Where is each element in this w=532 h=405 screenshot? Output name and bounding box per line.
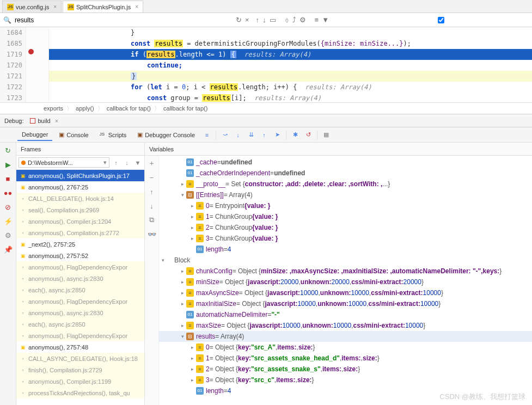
frame-item[interactable]: ▫anonymous(), Compiler.js:1204 <box>16 216 144 227</box>
select-all-icon[interactable]: ▭ <box>270 15 276 25</box>
var-node[interactable]: ▸≡chunkConfig = Object {minSize: ,maxAsy… <box>159 266 532 277</box>
var-node[interactable]: ▸≡1 = Object {key: "src_assets_snake_hea… <box>159 353 532 364</box>
step-out-icon[interactable]: ↑ <box>259 130 270 140</box>
var-node[interactable]: ▸≡__proto__ = Set {constructor: ,add: ,d… <box>159 179 532 189</box>
frame-item[interactable]: ▫each(), async.js:2850 <box>16 318 144 330</box>
frame-item[interactable]: ▣anonymous(), 2767:25 <box>16 181 144 193</box>
view-breakpoints-icon[interactable]: ●● <box>3 187 14 198</box>
list-icon[interactable]: ≡ <box>315 15 319 25</box>
tab-splitchunks[interactable]: JS SplitChunksPlugin.js × <box>63 1 143 13</box>
next-frame-icon[interactable]: ↓ <box>123 158 131 167</box>
code-editor[interactable]: 1684 1685 1719 1720 1721 1722 1723 } con… <box>0 27 532 102</box>
var-node[interactable]: ▸≡0 = Entrypoint {value: } <box>159 200 532 211</box>
export-icon[interactable]: ⤴ <box>292 15 296 25</box>
prev-match-icon[interactable]: ↑ <box>256 15 260 25</box>
var-node[interactable]: ▸≡maxInitialSize = Object {javascript: 1… <box>159 298 532 309</box>
close-icon[interactable]: × <box>135 4 138 10</box>
frame-item[interactable]: ▣_next2(), 2757:25 <box>16 238 144 250</box>
var-node[interactable]: 01length = 4 <box>159 244 532 255</box>
down-icon[interactable]: ↓ <box>146 200 157 211</box>
frame-item[interactable]: ▫anonymous(), FlagDependencyExpor <box>16 330 144 341</box>
var-node[interactable]: ▸≡2 = Object {key: "src_assets_snake_s",… <box>159 364 532 375</box>
frame-item[interactable]: ▣anonymous(), 2757:52 <box>16 250 144 261</box>
rerun-icon[interactable]: ↻ <box>3 145 14 156</box>
pause-icon[interactable]: ⚡ <box>3 216 14 226</box>
frame-item[interactable]: ▫finish(), Compilation.js:2729 <box>16 364 144 376</box>
frame-item[interactable]: ▫CALL_ASYNC_DELEGATE(), Hook.js:18 <box>16 353 144 364</box>
var-node[interactable]: 01_cache = undefined <box>159 157 532 168</box>
frame-item[interactable]: ▫processTicksAndRejections(), task_qu <box>16 387 144 398</box>
var-node[interactable]: 01automaticNameDelimiter = "-" <box>159 309 532 320</box>
calculator-icon[interactable]: ▦ <box>321 130 332 140</box>
code-area[interactable]: } const results = deterministicGroupingF… <box>49 27 532 102</box>
var-node[interactable]: ▾⊟results = Array(4) <box>159 331 532 342</box>
var-node[interactable]: ▾⊟[[Entries]] = Array(4) <box>159 189 532 200</box>
tab-scripts[interactable]: JSScripts <box>95 130 131 140</box>
var-node[interactable]: 01length = 4 <box>159 385 532 396</box>
var-node[interactable]: ▸≡0 = Object {key: "src_A",items: ,size:… <box>159 342 532 353</box>
resume-icon[interactable]: ▶ <box>3 159 14 170</box>
frame-item[interactable]: ▫each(), async.js:2850 <box>16 284 144 296</box>
force-step-into-icon[interactable]: ⇊ <box>246 130 256 140</box>
variables-tree[interactable]: 01_cache = undefined 01_cacheOrderIndepe… <box>159 156 532 405</box>
filter-icon[interactable]: ▼ <box>133 158 142 167</box>
prev-frame-icon[interactable]: ↑ <box>112 158 120 167</box>
var-node[interactable]: ▸≡3 = Object {key: "src_c",items: ,size:… <box>159 375 532 385</box>
breakpoint-icon[interactable] <box>28 49 34 54</box>
match-case-checkbox[interactable]: Match Case <box>332 14 532 27</box>
frame-item[interactable]: ▫anonymous(), Compilation.js:2772 <box>16 227 144 238</box>
var-node[interactable]: ▸≡3 = ChunkGroup {value: } <box>159 233 532 244</box>
tab-debugger-console[interactable]: ▣Debugger Console <box>133 129 199 140</box>
var-node[interactable]: ▸≡1 = ChunkGroup {value: } <box>159 211 532 222</box>
evaluate-icon[interactable]: ✱ <box>290 130 301 140</box>
add-watch-icon[interactable]: ＋ <box>146 158 157 169</box>
frame-item[interactable]: ▫anonymous(), FlagDependencyExpor <box>16 296 144 307</box>
frame-item[interactable]: ▫CALL_DELEGATE(), Hook.js:14 <box>16 193 144 204</box>
step-over-icon[interactable]: ⤻ <box>219 130 230 140</box>
var-node[interactable]: ▸≡maxAsyncSize = Object {javascript: 100… <box>159 287 532 298</box>
frame-item[interactable]: ▫anonymous(), async.js:2830 <box>16 307 144 318</box>
search-input[interactable] <box>15 16 233 24</box>
settings-icon[interactable]: ⚙ <box>3 230 14 241</box>
clear-icon[interactable]: × <box>245 15 249 25</box>
copy-icon[interactable]: ⧉ <box>146 214 157 225</box>
up-icon[interactable]: ↑ <box>146 186 157 197</box>
crumb-item[interactable]: apply() <box>76 105 94 112</box>
tab-vue-config[interactable]: JS vue.config.js × <box>2 1 62 13</box>
frame-item[interactable]: ▫anonymous(), FlagDependencyExpor <box>16 261 144 273</box>
step-into-icon[interactable]: ↓ <box>233 130 243 140</box>
close-icon[interactable]: × <box>53 4 57 10</box>
frame-item[interactable]: ▫anonymous(), Compiler.js:1199 <box>16 376 144 387</box>
stop-icon[interactable]: ■ <box>3 173 14 184</box>
frame-item[interactable]: ▫seal(), Compilation.js:2969 <box>16 204 144 216</box>
next-match-icon[interactable]: ↓ <box>262 15 266 25</box>
crumb-item[interactable]: exports <box>44 105 63 112</box>
crumb-item[interactable]: callback for tap() <box>107 105 151 112</box>
thread-dropdown[interactable]: D:\WebstormW...▾ <box>19 157 109 168</box>
var-node[interactable]: ▸≡maxSize = Object {javascript: 10000,un… <box>159 320 532 331</box>
var-node[interactable]: 01_cacheOrderIndependent = undefined <box>159 168 532 179</box>
remove-watch-icon[interactable]: − <box>146 172 157 183</box>
breakpoint-gutter[interactable] <box>26 27 49 102</box>
filter-icon[interactable]: ▼ <box>322 15 329 25</box>
frame-item[interactable]: ▣anonymous(), SplitChunksPlugin.js:17 <box>16 170 144 181</box>
tab-console[interactable]: ▣Console <box>54 129 93 140</box>
frames-list[interactable]: ▣anonymous(), SplitChunksPlugin.js:17▣an… <box>16 170 144 405</box>
crumb-item[interactable]: callback for tap() <box>163 105 207 112</box>
var-node[interactable]: ▸≡2 = ChunkGroup {value: } <box>159 222 532 233</box>
frame-item[interactable]: ▣anonymous(), 2757:48 <box>16 341 144 353</box>
pin-icon[interactable]: 📌 <box>3 244 14 255</box>
tab-debugger[interactable]: Debugger <box>17 129 52 141</box>
frame-item[interactable]: ▫anonymous(), async.js:2830 <box>16 273 144 284</box>
reset-frame-icon[interactable]: ↺ <box>303 130 314 140</box>
var-node[interactable]: ▾Block <box>159 255 532 266</box>
mute-breakpoints-icon[interactable]: ⊘ <box>3 201 14 212</box>
add-selection-icon[interactable]: ⎀ <box>285 15 289 25</box>
glasses-icon[interactable]: 👓 <box>146 229 157 240</box>
threads-icon[interactable]: ≡ <box>201 130 212 140</box>
var-node[interactable]: ▸≡minSize = Object {javascript: 20000,un… <box>159 277 532 287</box>
settings-icon[interactable]: ⚙ <box>299 15 306 25</box>
debug-config[interactable]: build× <box>28 116 60 125</box>
run-to-cursor-icon[interactable]: ➤ <box>272 130 283 140</box>
history-icon[interactable]: ↻ <box>236 15 242 25</box>
